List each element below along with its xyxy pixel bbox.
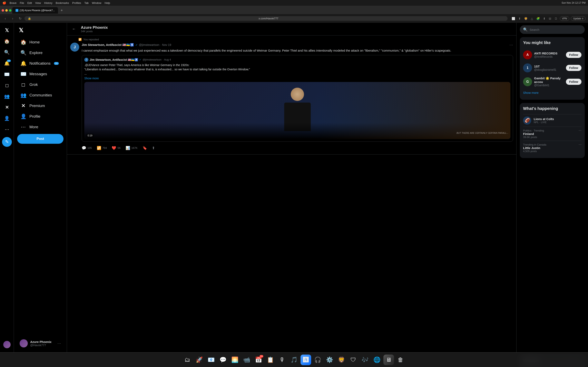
video-container[interactable]: 0:19 BUT THERE ARE CERTAINLY CERTAIN PAR… [84,82,510,139]
new-tab-button[interactable]: + [59,8,65,13]
window-close[interactable] [2,9,4,12]
nav-icon-explore[interactable]: 🔍 [2,47,12,58]
dock-other[interactable]: 🖥 [383,355,394,365]
dock-chrome[interactable]: 🌐 [372,355,382,365]
brave-rewards-btn[interactable]: 🦁 [523,16,528,21]
follow-button-1[interactable]: Follow [566,65,581,71]
sidebar-item-home[interactable]: 🏠 Home [17,37,63,48]
nav-user-more-icon[interactable]: ⋯ [57,341,61,346]
nav-icon-premium[interactable]: ✕ [2,102,12,113]
vpn-button[interactable]: VPN [560,16,570,21]
dock-syspref[interactable]: ⚙️ [324,355,335,365]
nav-icon-notifications[interactable]: 🔔 19 [2,58,12,68]
sidebar-item-communities[interactable]: 👥 Communities [17,90,63,100]
menu-view[interactable]: View [35,1,41,4]
dock-calendar[interactable]: 📅 24 [253,355,264,365]
trending-more-btn-canada[interactable]: ⋯ [579,143,581,146]
sidebar-item-grok[interactable]: ◻ Grok [17,79,63,90]
reload-button[interactable]: ↻ [17,16,23,21]
follow-button-0[interactable]: Follow [566,52,581,58]
follow-avatar-0: A [523,50,532,59]
tweet-author-handle[interactable]: @jimstewartson [139,43,159,47]
dock-messages[interactable]: 💬 [218,355,228,365]
sidebar-item-messages[interactable]: ✉️ Messages [17,69,63,79]
reply-action[interactable]: 💬 105 [82,146,92,150]
search-box[interactable]: 🔍 [520,25,585,34]
dock-mail[interactable]: 📧 [206,355,216,365]
nav-icon-grok[interactable]: ◻ [2,80,12,91]
dock-facetime[interactable]: 📹 [241,355,252,365]
x-logo-icon-nav[interactable]: 𝕏 [2,25,12,35]
dock-appstore[interactable]: 🅰 [301,355,311,365]
share-action[interactable]: ⬆ [152,146,155,150]
active-tab[interactable]: 𝕏 (19) Azure Phoenix (@Havok7... [12,7,58,14]
menu-window[interactable]: Window [92,1,101,4]
views-action[interactable]: 📊 167K [126,146,138,150]
search-input[interactable] [530,28,581,31]
sidebar-item-more[interactable]: ⋯ More [17,122,63,132]
leo-btn[interactable]: 🗋 [554,16,558,21]
nav-icon-profile[interactable]: 👤 [2,113,12,124]
window-maximize[interactable] [9,9,11,12]
like-action[interactable]: ❤️ 5K [112,146,121,150]
forward-button[interactable]: › [10,16,16,21]
download-btn[interactable]: ⬇ [542,16,546,21]
menu-tab[interactable]: Tab [84,1,89,4]
show-more-link[interactable]: Show more [84,77,510,80]
sidebar-item-explore[interactable]: 🔍 Explore [17,48,63,58]
nav-user[interactable]: Azure Phoenix @Havok777 ⋯ [17,337,63,350]
tweet-avatar[interactable]: J [70,43,79,52]
brave-wallet-btn[interactable]: △ [530,16,534,21]
apple-icon[interactable]: 🍎 [2,1,6,5]
nav-icon-more[interactable]: ⋯ [2,124,12,134]
tweet-author-name[interactable]: Jim Stewartson, Antifascist 🇺🇸🇺🇦♿ [82,43,134,47]
dock-podcasts2[interactable]: 🎧 [312,355,323,365]
nav-icon-home[interactable]: 🏠 [2,36,12,47]
back-button[interactable]: ← [70,25,78,33]
dock-finder[interactable]: 🗂 [182,355,193,365]
menu-file[interactable]: File [20,1,24,4]
dock-braveshield[interactable]: 🛡 [348,355,359,365]
share-btn[interactable]: ⬆ [518,16,522,21]
window-minimize[interactable] [5,9,8,12]
menu-brave[interactable]: Brave [9,1,17,4]
post-btn-small[interactable]: ✎ [2,137,12,147]
address-bar[interactable]: 🔒 x.com/Havok777 [25,16,508,21]
screenshot-btn[interactable]: ⬜ [511,16,516,21]
dock-launchpad[interactable]: 🚀 [194,355,205,365]
trending-more-btn[interactable]: ⋯ [579,129,581,132]
user-avatar-small[interactable] [3,341,11,348]
menu-edit[interactable]: Edit [27,1,32,4]
post-button[interactable]: Post [17,134,63,144]
nav-icon-communities[interactable]: 👥 [2,91,12,101]
quoted-tweet[interactable]: J Jim Stewartson, Antifascist 🇺🇸🇺🇦♿ ✓ @j… [82,55,513,142]
dock-reminders[interactable]: 📋 [265,355,276,365]
bookmark-action[interactable]: 🔖 [143,146,147,150]
sidebar-item-profile[interactable]: 👤 Profile [17,111,63,122]
dock-spotify[interactable]: 🎶 [360,355,370,365]
dock-music[interactable]: 🎵 [289,355,299,365]
show-more-button[interactable]: Show more [523,89,581,96]
menu-help[interactable]: Help [104,1,110,4]
nav-icon-messages[interactable]: ✉️ [2,69,12,80]
sidebar-toggle-btn[interactable]: ⊟ [548,16,552,21]
tweet-more-button[interactable]: ⋯ [509,43,513,47]
menu-history[interactable]: History [44,1,52,4]
sidebar-item-premium[interactable]: ✕ Premium [17,100,63,111]
trending-canada[interactable]: Trending in Canada ⋯ Little Justin 4,505… [523,141,581,155]
menu-bookmarks[interactable]: Bookmarks [56,1,69,4]
update-button[interactable]: Update ≡ [571,16,586,21]
dock-brave[interactable]: 🦁 [336,355,347,365]
x-logo[interactable]: 𝕏 [17,25,63,35]
follow-button-2[interactable]: Follow [566,79,581,85]
dock-podcasts[interactable]: 🎙 [277,355,287,365]
repost-action[interactable]: 🔁 794 [97,146,107,150]
menu-profiles[interactable]: Profiles [72,1,81,4]
sidebar-item-notifications[interactable]: 🔔 Notifications 19 [17,58,63,69]
back-button[interactable]: ‹ [2,16,8,21]
dock-photos[interactable]: 🌅 [229,355,240,365]
trending-sports[interactable]: 🏈 Lions at Colts NFL · LIVE [523,114,581,127]
extensions-btn[interactable]: 🧩 [536,16,541,21]
dock-trash[interactable]: 🗑 [395,355,406,365]
trending-politics[interactable]: Politics · Trending ⋯ Finland 39.6K post… [523,127,581,141]
